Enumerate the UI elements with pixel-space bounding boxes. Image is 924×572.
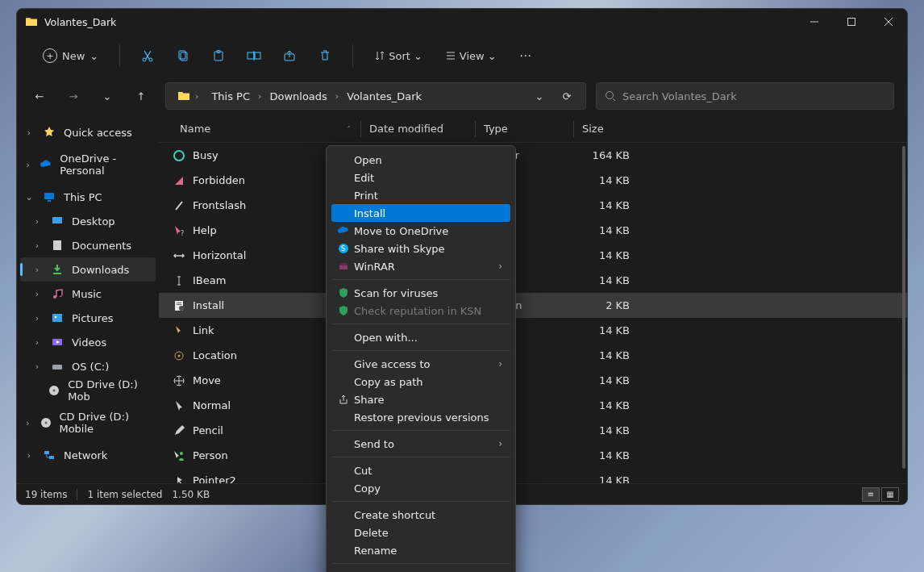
paste-icon[interactable] — [204, 41, 233, 70]
cut-icon[interactable] — [133, 41, 162, 70]
ctx-winrar[interactable]: WinRAR› — [331, 257, 510, 275]
separator — [352, 44, 353, 67]
details-view-button[interactable]: ≡ — [862, 487, 880, 502]
back-button[interactable]: ← — [25, 81, 54, 111]
file-name: Link — [193, 324, 214, 336]
delete-icon[interactable] — [310, 41, 339, 70]
scrollbar[interactable] — [902, 146, 905, 469]
ctx-label: Delete — [354, 527, 389, 539]
ctx-create-shortcut[interactable]: Create shortcut — [331, 506, 510, 524]
column-size[interactable]: Size — [573, 121, 635, 137]
breadcrumb-item[interactable]: Volantes_Dark — [342, 87, 427, 106]
new-label: New — [62, 50, 85, 62]
view-mode-buttons: ≡ ▦ — [862, 487, 899, 502]
ctx-open[interactable]: Open — [331, 151, 510, 169]
file-size: 14 KB — [573, 349, 635, 361]
file-size: 14 KB — [573, 449, 635, 461]
search-input[interactable] — [622, 90, 885, 102]
sort-button[interactable]: Sort ⌄ — [366, 41, 431, 70]
nav-label: This PC — [64, 191, 102, 203]
refresh-button[interactable]: ⟳ — [555, 84, 579, 108]
nav-onedrive[interactable]: › OneDrive - Personal — [17, 152, 159, 177]
nav-os-c[interactable]: ›OS (C:) — [17, 354, 159, 378]
nav-label: OS (C:) — [72, 361, 109, 373]
file-row-pencil[interactable]: Pencil 14 KB — [159, 418, 907, 443]
nav-network[interactable]: ›Network — [17, 443, 159, 467]
nav-cd-drive-1[interactable]: CD Drive (D:) Mob — [17, 378, 159, 403]
nav-downloads[interactable]: ›Downloads — [20, 257, 156, 282]
file-row-forbidden[interactable]: Forbidden 14 KB — [159, 168, 907, 193]
nav-documents[interactable]: ›Documents — [17, 233, 159, 257]
copy-icon[interactable] — [169, 41, 198, 70]
forward-button[interactable]: → — [59, 81, 88, 111]
address-history-button[interactable]: ⌄ — [527, 84, 551, 108]
window-controls — [796, 9, 907, 35]
ctx-give-access[interactable]: Give access to› — [331, 355, 510, 373]
file-row-person[interactable]: Person 14 KB — [159, 443, 907, 468]
file-row-location[interactable]: Location 14 KB — [159, 343, 907, 368]
minimize-button[interactable] — [796, 9, 833, 35]
ctx-move-onedrive[interactable]: Move to OneDrive — [331, 222, 510, 240]
file-row-move[interactable]: Move 14 KB — [159, 368, 907, 393]
ctx-copy-path[interactable]: Copy as path — [331, 373, 510, 390]
up-button[interactable]: ↑ — [127, 81, 156, 111]
file-row-ibeam[interactable]: IBeam 14 KB — [159, 268, 907, 293]
history-button[interactable]: ⌄ — [93, 81, 122, 111]
ctx-open-with[interactable]: Open with... — [331, 328, 510, 346]
file-size: 164 KB — [573, 149, 635, 161]
breadcrumb-root-icon[interactable]: › — [173, 86, 203, 106]
rename-icon[interactable] — [239, 41, 268, 70]
ctx-send-to[interactable]: Send to› — [331, 435, 510, 453]
title-bar: Volantes_Dark — [17, 9, 907, 35]
nav-desktop[interactable]: ›Desktop — [17, 209, 159, 233]
sort-label: Sort — [389, 50, 410, 62]
ctx-cut[interactable]: Cut — [331, 461, 510, 479]
new-button[interactable]: + New ⌄ — [35, 41, 106, 70]
breadcrumb-item[interactable]: Downloads — [264, 87, 331, 106]
ctx-restore-versions[interactable]: Restore previous versions — [331, 408, 510, 426]
window-title: Volantes_Dark — [44, 16, 116, 28]
overflow-button[interactable]: ⋯ — [511, 41, 540, 70]
ctx-install[interactable]: Install — [331, 204, 510, 222]
ctx-scan-viruses[interactable]: Scan for viruses — [331, 284, 510, 302]
ctx-edit[interactable]: Edit — [331, 169, 510, 186]
thumbnails-view-button[interactable]: ▦ — [881, 487, 899, 502]
column-date[interactable]: Date modified — [360, 121, 475, 137]
file-row-help[interactable]: ?Help 14 KB — [159, 218, 907, 243]
ctx-share-skype[interactable]: SShare with Skype — [331, 240, 510, 257]
nav-label: Music — [72, 288, 102, 300]
svg-rect-40 — [339, 263, 348, 265]
file-row-busy[interactable]: Busy d Cursor164 KB — [159, 143, 907, 168]
nav-cd-drive-2[interactable]: ›CD Drive (D:) Mobile — [17, 411, 159, 435]
column-type[interactable]: Type — [475, 121, 573, 137]
file-row-frontslash[interactable]: Frontslash 14 KB — [159, 193, 907, 218]
navigation-pane: › Quick access › OneDrive - Personal ⌄ T… — [17, 115, 159, 483]
nav-videos[interactable]: ›Videos — [17, 330, 159, 354]
ctx-label: Copy as path — [354, 376, 423, 388]
view-button[interactable]: View ⌄ — [437, 41, 505, 70]
file-row-pointer2[interactable]: Pointer2 14 KB — [159, 468, 907, 483]
file-row-normal[interactable]: Normal 14 KB — [159, 393, 907, 418]
nav-music[interactable]: ›Music — [17, 282, 159, 306]
file-row-horizontal[interactable]: Horizontal 14 KB — [159, 243, 907, 268]
ctx-share[interactable]: Share — [331, 390, 510, 408]
breadcrumb-item[interactable]: This PC — [206, 87, 255, 106]
svg-rect-7 — [248, 52, 254, 59]
ctx-copy[interactable]: Copy — [331, 479, 510, 497]
share-icon[interactable] — [275, 41, 304, 70]
file-name: Pointer2 — [193, 474, 236, 483]
close-button[interactable] — [870, 9, 907, 35]
maximize-button[interactable] — [833, 9, 870, 35]
nav-quick-access[interactable]: › Quick access — [17, 120, 159, 144]
file-row-install[interactable]: Install ormation2 KB — [159, 293, 907, 318]
address-bar[interactable]: › This PC › Downloads › Volantes_Dark ⌄ … — [165, 82, 586, 110]
search-box[interactable] — [596, 82, 894, 110]
ctx-rename[interactable]: Rename — [331, 541, 510, 559]
ctx-properties[interactable]: Properties — [331, 568, 510, 572]
file-row-link[interactable]: Link 14 KB — [159, 318, 907, 343]
nav-this-pc[interactable]: ⌄ This PC — [17, 185, 159, 209]
column-name[interactable]: Name˄ — [159, 123, 360, 135]
ctx-print[interactable]: Print — [331, 186, 510, 204]
ctx-delete[interactable]: Delete — [331, 524, 510, 541]
nav-pictures[interactable]: ›Pictures — [17, 306, 159, 330]
